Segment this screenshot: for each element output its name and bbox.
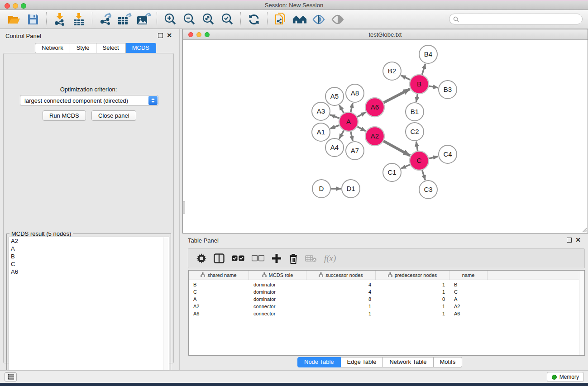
tab-network-table[interactable]: Network Table [383,357,433,367]
graph-edge-C-C1[interactable] [401,165,410,169]
table-cell: A [449,296,488,302]
graph-edge-B-B1[interactable] [416,94,418,102]
column-header-successor-nodes[interactable]: successor nodes [306,271,376,280]
clone-network-icon[interactable] [273,12,288,27]
export-network-icon[interactable] [98,12,113,27]
refresh-layout-icon[interactable] [246,12,262,27]
mcds-result-item[interactable]: A2 [9,237,169,245]
zoom-fit-icon[interactable] [201,12,216,27]
optimization-criterion-label: Optimization criterion: [4,86,173,93]
graph-node-label: A1 [317,128,325,136]
graph-edge-C-C3[interactable] [422,170,425,180]
table-row[interactable]: Cdominator41C [189,288,584,295]
graph-edge-B-B4[interactable] [422,64,425,75]
graph-edge-A2-C[interactable] [383,141,410,156]
select-all-rows-icon[interactable] [232,255,244,262]
table-panel: Table Panel ✕ f(x) shared nameMCDS roles… [182,234,588,370]
graph-edge-B-B2[interactable] [401,76,410,80]
table-row[interactable]: A6connector11A6 [189,310,584,317]
network-canvas[interactable]: B4B2BB3A8A5A6A3B1AC2A1A2A4A7C4CC1C3DD1 [183,40,588,233]
mcds-result-item[interactable]: B [9,253,169,260]
table-cell: B [449,282,488,287]
float-table-panel-icon[interactable] [567,238,572,243]
zoom-in-icon[interactable] [163,12,178,27]
network-graph: B4B2BB3A8A5A6A3B1AC2A1A2A4A7C4CC1C3DD1 [183,40,588,233]
run-mcds-button[interactable]: Run MCDS [43,110,86,121]
tab-style[interactable]: Style [70,43,96,53]
import-table-icon[interactable] [71,12,86,27]
graph-node-label: D1 [346,185,355,192]
export-image-icon[interactable] [136,12,151,27]
optimization-criterion-select[interactable]: largest connected component (directed) [20,95,158,106]
graph-edge-A-A5[interactable] [339,105,344,113]
task-history-button[interactable] [5,372,17,381]
network-vertical-scroll-nub[interactable] [183,201,185,214]
graph-edge-A-A7[interactable] [351,131,353,141]
graph-node-label: C2 [410,128,419,135]
graph-edge-A-A8[interactable] [351,103,353,112]
column-header-shared-name[interactable]: shared name [189,271,249,280]
network-window-title: testGlobe.txt [183,31,588,38]
graph-edge-C-C4[interactable] [429,157,438,158]
function-builder-icon[interactable]: f(x) [324,253,336,263]
table-cell: dominator [249,282,306,287]
tab-mcds[interactable]: MCDS [126,43,156,53]
zoom-out-icon[interactable] [182,12,197,27]
network-window-titlebar: testGlobe.txt [183,29,588,40]
column-header-label: MCDS role [269,272,293,278]
mcds-result-scrollbar[interactable] [163,237,169,386]
delete-table-icon[interactable] [305,255,317,262]
toggle-birds-eye-view-icon[interactable] [330,12,345,27]
graph-edge-A-A2[interactable] [357,127,366,131]
graph-edge-A-A3[interactable] [330,115,339,118]
close-table-panel-icon[interactable]: ✕ [575,236,581,244]
import-network-icon[interactable] [52,12,67,27]
graph-node-label: A8 [351,89,359,97]
zoom-selected-icon[interactable] [220,12,235,27]
graph-node-label: C [417,157,422,164]
table-row[interactable]: A2connector11A2 [189,303,584,310]
graph-edge-A-A1[interactable] [330,125,339,129]
table-settings-icon[interactable] [196,253,206,263]
tab-edge-table[interactable]: Edge Table [341,357,383,367]
save-session-icon[interactable] [25,12,41,27]
float-panel-icon[interactable] [158,33,163,38]
search-box [449,14,583,24]
mcds-result-item[interactable]: A6 [9,268,169,276]
graph-edge-C-C2[interactable] [416,142,417,151]
table-row[interactable]: Bdominator41B [189,281,584,288]
add-column-icon[interactable] [272,253,282,263]
graph-edge-A-A6[interactable] [357,112,366,117]
panel-divider[interactable] [179,29,180,370]
table-cell: A6 [449,311,488,316]
table-cell: A [189,296,249,302]
column-header-name[interactable]: name [449,271,488,280]
dropdown-stepper-icon [148,96,158,105]
mcds-result-item[interactable]: A [9,245,169,253]
graph-edge-B-B3[interactable] [429,86,438,88]
table-cell: 8 [306,296,376,302]
window-resize-grip[interactable] [581,226,587,233]
memory-button[interactable]: Memory [547,372,584,382]
column-header-MCDS-role[interactable]: MCDS role [249,271,306,280]
graph-edge-A-A4[interactable] [339,130,344,138]
tab-motifs[interactable]: Motifs [434,357,463,367]
close-panel-button[interactable]: Close panel [91,110,136,121]
column-header-predecessor-nodes[interactable]: predecessor nodes [376,271,449,280]
delete-column-icon[interactable] [289,253,298,264]
table-scrollbar[interactable] [579,271,584,355]
open-session-icon[interactable] [6,12,22,27]
close-panel-icon[interactable]: ✕ [167,31,172,39]
graph-edge-A6-B[interactable] [384,89,410,103]
split-panel-icon[interactable] [214,253,225,263]
toggle-graphics-details-icon[interactable] [311,12,326,27]
mcds-result-item[interactable]: C [9,260,169,268]
deselect-all-rows-icon[interactable] [252,255,264,262]
tab-select[interactable]: Select [96,43,126,53]
show-neighbors-icon[interactable] [292,12,307,27]
table-row[interactable]: Adominator80A [189,295,584,303]
tab-node-table[interactable]: Node Table [297,357,341,367]
tab-network[interactable]: Network [35,43,70,53]
export-table-icon[interactable] [117,12,132,27]
search-input[interactable] [461,15,578,23]
